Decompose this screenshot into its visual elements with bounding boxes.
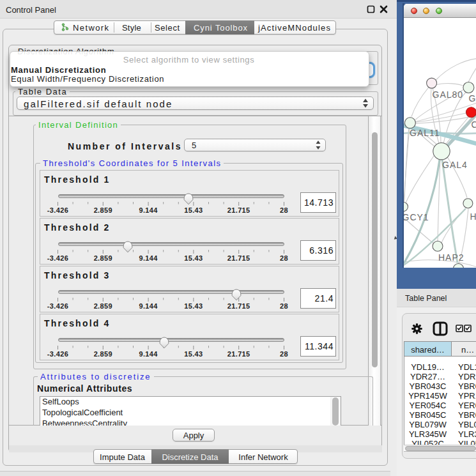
svg-text:H: H xyxy=(470,211,476,222)
svg-text:GA: GA xyxy=(469,93,476,104)
svg-text:HAP2: HAP2 xyxy=(438,252,464,263)
svg-text:C: C xyxy=(472,119,476,129)
svg-text:GAL80: GAL80 xyxy=(433,89,464,100)
svg-text:GAL4: GAL4 xyxy=(442,160,468,170)
svg-text:GAL11: GAL11 xyxy=(410,128,440,138)
svg-text:GCY1: GCY1 xyxy=(404,212,429,222)
